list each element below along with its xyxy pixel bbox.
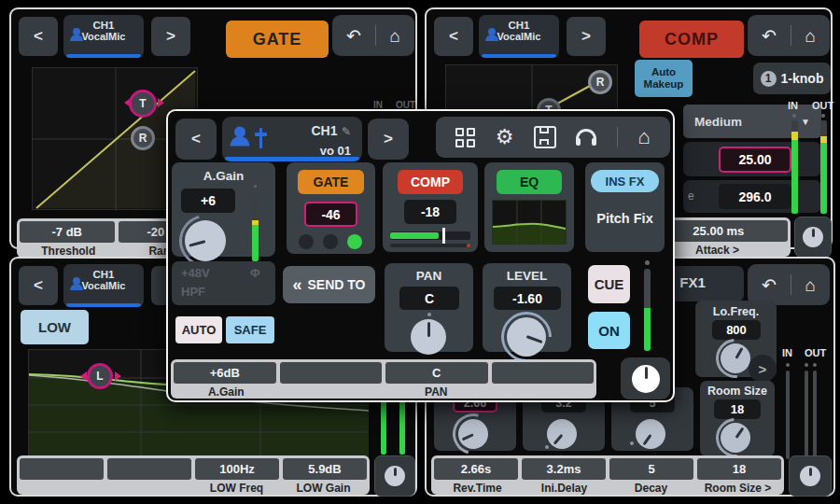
channel-next-button[interactable]: >	[567, 17, 606, 56]
grid-view-icon[interactable]	[455, 128, 475, 147]
meter-clip-led	[821, 114, 825, 118]
touch-knob-icon	[632, 365, 660, 393]
param-segment[interactable]: 5.9dB	[283, 458, 367, 480]
channel-prev-button[interactable]: <	[175, 119, 217, 160]
send-to-button[interactable]: « SEND TO	[283, 266, 375, 303]
comp-button[interactable]: COMP	[398, 170, 463, 194]
param2-value[interactable]: 18	[714, 399, 761, 419]
param-label: LOW Freq	[193, 482, 280, 495]
gear-icon[interactable]: ⚙	[496, 127, 514, 147]
fx-next-page-button[interactable]: >	[749, 355, 777, 383]
gate-threshold-value[interactable]: -46	[304, 202, 357, 227]
param2-knob[interactable]	[721, 423, 750, 453]
param-segment[interactable]: 100Hz	[195, 458, 279, 480]
comp-card[interactable]: COMP -18	[383, 162, 478, 252]
param-segment[interactable]: 5	[609, 458, 693, 480]
safe-button[interactable]: SAFE	[226, 316, 274, 343]
again-card[interactable]: A.Gain +6	[172, 162, 275, 257]
gate-card[interactable]: GATE -46	[287, 162, 375, 254]
channel-select-button[interactable]: CH1 VocalMic	[63, 264, 144, 307]
eq-button[interactable]: EQ	[497, 170, 562, 194]
param-segment[interactable]	[20, 458, 104, 480]
channel-meter	[644, 269, 651, 351]
gate-range-handle[interactable]: R	[131, 126, 155, 150]
segment-labels: A.Gain PAN	[174, 384, 594, 399]
channel-select-button[interactable]: CH1 VocalMic	[63, 15, 144, 58]
param-segment[interactable]: -7 dB	[20, 221, 115, 243]
comp-secondary-value[interactable]: 296.0	[719, 184, 791, 209]
headphones-icon[interactable]	[576, 129, 596, 146]
head-amp-card[interactable]: +48V Φ HPF	[172, 261, 275, 305]
undo-icon[interactable]: ↶	[762, 27, 777, 45]
home-icon[interactable]: ⌂	[390, 27, 400, 45]
channel-prev-button[interactable]: <	[19, 17, 58, 56]
home-icon[interactable]: ⌂	[805, 27, 816, 45]
cue-button[interactable]: CUE	[588, 265, 630, 303]
touch-knob-box[interactable]	[621, 357, 670, 399]
param1-value[interactable]: 800	[712, 320, 761, 340]
decay-knob[interactable]	[636, 419, 665, 449]
again-knob[interactable]	[185, 220, 226, 261]
edit-icon[interactable]: ✎	[342, 125, 351, 138]
inidelay-knob[interactable]	[547, 419, 577, 449]
channel-next-button[interactable]: >	[368, 119, 409, 160]
eq-band-low-button[interactable]: LOW	[21, 310, 89, 344]
preset-dropdown[interactable]: Medium ▼	[683, 105, 821, 138]
level-card[interactable]: LEVEL -1.60	[483, 263, 571, 352]
send-to-label: SEND TO	[308, 277, 366, 292]
comp-slider-marker[interactable]	[442, 228, 445, 244]
gate-title-button[interactable]: GATE	[226, 21, 329, 58]
comp-ratio-handle[interactable]: R	[588, 70, 612, 94]
gate-button[interactable]: GATE	[298, 170, 364, 194]
gr-led-active	[347, 234, 362, 249]
eq-card[interactable]: EQ	[484, 162, 574, 252]
undo-icon[interactable]: ↶	[346, 27, 361, 45]
chevron-right-icon: >	[581, 27, 591, 46]
auto-makeup-button[interactable]: Auto Makeup	[635, 60, 693, 97]
fader-icon-cap	[255, 133, 267, 136]
on-button[interactable]: ON	[588, 312, 630, 349]
home-icon[interactable]: ⌂	[637, 127, 650, 147]
touch-knob-box[interactable]	[789, 455, 832, 497]
channel-select-button[interactable]: CH1 VocalMic	[479, 15, 559, 58]
channel-next-button[interactable]: >	[151, 17, 190, 56]
channel-prev-button[interactable]: <	[19, 266, 58, 305]
param-segment[interactable]	[107, 458, 191, 480]
gr-led	[323, 234, 338, 249]
pan-card[interactable]: PAN C	[385, 263, 473, 352]
level-knob[interactable]	[507, 317, 546, 357]
pan-knob[interactable]	[411, 319, 446, 355]
home-icon[interactable]: ⌂	[805, 276, 816, 294]
one-knob-button[interactable]: 1 1-knob	[753, 63, 831, 94]
low-band-handle[interactable]: L	[87, 363, 113, 389]
insfx-card[interactable]: INS FX Pitch Fix	[585, 162, 665, 252]
param-segment[interactable]: 18	[697, 458, 781, 480]
auto-button[interactable]: AUTO	[175, 316, 222, 343]
chevron-right-icon: >	[764, 482, 771, 495]
revtime-knob[interactable]	[458, 419, 488, 449]
param-segment[interactable]	[280, 362, 383, 384]
param-segment[interactable]: C	[385, 362, 488, 384]
touch-knob-box[interactable]	[794, 217, 832, 258]
param-segment[interactable]	[492, 362, 595, 384]
level-value[interactable]: -1.60	[494, 287, 561, 310]
segment-labels: Rev.Time Ini.Delay Decay Room Size >	[434, 480, 781, 496]
save-icon[interactable]	[534, 126, 556, 148]
param-label: Room Size >	[694, 482, 781, 495]
gate-threshold-handle[interactable]: T	[129, 90, 157, 118]
comp-selected-value[interactable]: 25.00	[719, 147, 791, 173]
comp-threshold-value[interactable]: -18	[404, 200, 456, 224]
channel-name-button[interactable]: CH1 ✎ vo 01	[222, 117, 362, 161]
undo-icon[interactable]: ↶	[762, 276, 777, 294]
param-segment[interactable]: +6dB	[174, 362, 276, 384]
comp-title-button[interactable]: COMP	[639, 21, 744, 58]
param1-knob[interactable]	[721, 343, 750, 373]
again-value[interactable]: +6	[181, 189, 235, 213]
divider	[375, 25, 376, 46]
channel-prev-button[interactable]: <	[434, 17, 473, 56]
touch-knob-box[interactable]	[374, 455, 415, 497]
param-segment[interactable]: 2.66s	[434, 458, 518, 480]
pan-value[interactable]: C	[399, 287, 459, 310]
param-segment[interactable]: 3.2ms	[522, 458, 606, 480]
insfx-button[interactable]: INS FX	[591, 170, 659, 192]
